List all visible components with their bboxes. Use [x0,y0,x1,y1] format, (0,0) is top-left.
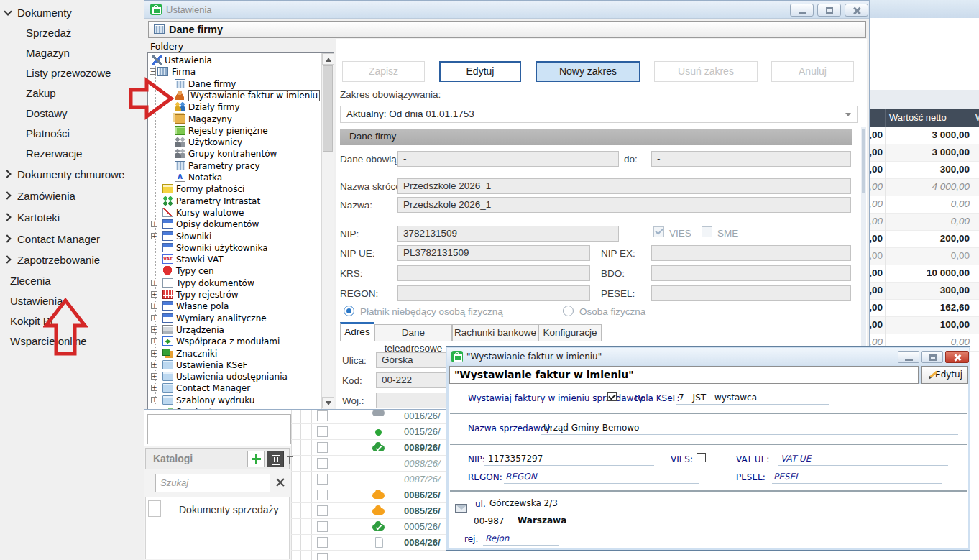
expand-box-icon[interactable]: + [151,373,157,380]
dialog-edit-button[interactable]: Edytuj [921,366,968,384]
net-value-row[interactable]: 2,000,00 [870,214,979,231]
dialog-titlebar[interactable]: "Wystawianie faktur w imieniu" [447,348,969,365]
sidebar-item-magazyn[interactable]: Magazyn [0,46,139,62]
tree-item-ustawienia[interactable]: Ustawienia [148,55,321,66]
expand-box-icon[interactable]: + [151,233,157,239]
net-value-row[interactable]: ,000,00 [870,248,979,265]
sidebar-item-contact-manager[interactable]: Contact Manager [0,232,139,248]
bdo-field[interactable] [651,265,851,281]
tree-item-dzia-y-firmy[interactable]: Działy firmy [148,101,321,113]
issue-checkbox[interactable] [607,392,617,401]
net-value-row[interactable]: ,0010 000,00 [870,265,979,283]
sidebar-item-ustawienia[interactable]: Ustawienia [0,294,139,310]
minimize-button[interactable] [898,351,919,363]
document-row[interactable]: 0005/26/ [291,519,446,535]
tree-item-urz-dzenia[interactable]: +Urządzenia [148,324,321,336]
row-checkbox[interactable] [317,426,328,437]
seller-name-value[interactable]: Urząd Gminy Bemowo [543,423,639,433]
expand-box-icon[interactable]: + [151,326,157,333]
catalogs-search-input[interactable]: Szukaj [155,474,270,492]
row-checkbox[interactable] [317,521,328,532]
scroll-up-button[interactable] [322,53,334,65]
expand-box-icon[interactable]: + [151,397,157,403]
tab-adres[interactable]: Adres [340,322,374,341]
net-value-row[interactable]: ,00300,00 [870,283,979,300]
row-checkbox[interactable] [317,490,328,500]
tree-item-typy-dokument-w[interactable]: +Typy dokumentów [148,277,321,289]
payer-radio[interactable] [344,306,354,316]
net-value-row[interactable]: ,00200,00 [870,231,979,248]
delete-scope-button[interactable]: Usuń zakres [654,61,758,82]
tree-item-s-owniki-u-ytkownika[interactable]: Słowniki użytkownika [148,242,321,254]
expand-box-icon[interactable]: + [151,291,157,298]
save-button[interactable]: Zapisz [342,61,425,82]
sidebar-item-zakup[interactable]: Zakup [0,86,139,102]
tree-item-rejestry-pieni-ne[interactable]: Rejestry pieniężne [148,125,321,137]
net-value-row[interactable]: 2,004 000,00 [870,179,979,196]
close-button[interactable] [845,4,868,17]
expand-box-icon[interactable]: + [151,315,157,321]
delete-catalog-button[interactable] [267,451,284,467]
tree-item-wymiary-analityczne[interactable]: +Wymiary analityczne [148,313,321,324]
collapse-box-icon[interactable]: − [150,68,156,75]
sidebar-item-zam-wienia[interactable]: Zamówienia [0,189,139,205]
restore-button[interactable] [817,4,841,17]
minimize-button[interactable] [790,4,814,17]
sidebar-item-zapotrzebowanie[interactable]: Zapotrzebowanie [0,253,139,269]
net-value-row[interactable]: ,00100,00 [870,317,979,334]
document-row[interactable]: 0088/26/ [291,456,446,472]
new-scope-button[interactable]: Nowy zakres [536,61,640,82]
document-row[interactable]: 0087/26/ [291,472,446,487]
tree-item-w-asne-pola[interactable]: +Własne pola [148,300,321,312]
net-value-row[interactable]: ,00162,60 [870,300,979,317]
tree-item-parametry-pracy[interactable]: Parametry pracy [148,160,321,172]
regon-field[interactable] [397,285,590,301]
krs-field[interactable] [397,265,590,281]
tree-item-znaczniki[interactable]: +Znaczniki [148,348,321,359]
close-button[interactable] [945,351,969,363]
sidebar-item-rezerwacje[interactable]: Rezerwacje [0,147,139,162]
sme-checkbox[interactable] [702,226,712,237]
street-value[interactable]: Górczewska 2/3 [490,498,558,508]
region-placeholder[interactable]: Rejon [485,533,509,543]
tree-item-grupy-kontrahent-w[interactable]: Grupy kontrahentów [148,148,321,160]
regon-placeholder[interactable]: REGON [505,472,537,482]
catalog-checkbox-cell[interactable] [148,500,161,517]
tree-item-firma[interactable]: −Firma [148,66,321,78]
document-row[interactable]: 0084/26/ [291,535,446,551]
tree-item-symfonia[interactable]: Symfonia [148,406,321,410]
document-row[interactable]: 0089/26/ [291,440,446,456]
tab-konfiguracje[interactable]: Konfiguracje [538,324,602,341]
tree-item-parametry-intrastat[interactable]: Parametry Intrastat [148,196,321,207]
scroll-down-button[interactable] [322,397,334,408]
tree-item-wsp-praca-z-modu-ami[interactable]: +Współpraca z modułami [148,336,321,347]
sidebar-item-zlecenia[interactable]: Zlecenia [0,274,139,290]
catalog-item-label[interactable]: Dokumenty sprzedaży [179,504,279,515]
short-name-field[interactable]: Przedszkole 2026_1 [397,178,851,194]
expand-box-icon[interactable]: + [151,385,157,391]
tree-item-kursy-walutowe[interactable]: Kursy walutowe [148,207,321,219]
net-value-row[interactable]: ,003 000,00 [870,127,979,144]
tree-item-ustawienia-ksef[interactable]: +Ustawienia KSeF [148,359,321,371]
nip-ue-field[interactable]: PL3782131509 [397,245,590,261]
ksef-role-value[interactable]: 7 - JST - wystawca [679,393,757,403]
person-radio[interactable] [563,306,574,316]
net-value-row[interactable]: ,00300,00 [870,162,979,179]
expand-box-icon[interactable]: + [151,350,157,357]
tree-item-dane-firmy[interactable]: Dane firmy [148,78,321,90]
vat-ue-placeholder[interactable]: VAT UE [781,454,811,464]
row-checkbox[interactable] [317,474,328,485]
row-checkbox[interactable] [317,505,328,516]
add-catalog-button[interactable] [247,451,265,467]
tree-item-magazyny[interactable]: Magazyny [148,114,321,125]
sidebar-item-dokumenty[interactable]: Dokumenty [0,6,139,22]
document-row[interactable] [291,551,446,560]
sidebar-item-sprzeda[interactable]: Sprzedaż [0,26,139,42]
sidebar-item-kokpit-bi[interactable]: Kokpit BI [0,314,139,330]
expand-box-icon[interactable]: + [151,362,157,368]
expand-box-icon[interactable]: + [151,221,157,227]
tree-item-stawki-vat[interactable]: VATStawki VAT [148,254,321,265]
tree-item-formy-p-atno-ci[interactable]: Formy płatności [148,183,321,195]
scope-dropdown[interactable]: Aktualny: Od dnia 01.01.1753 [340,106,858,123]
tree-item-opisy-dokument-w[interactable]: +Opisy dokumentów [148,219,321,230]
